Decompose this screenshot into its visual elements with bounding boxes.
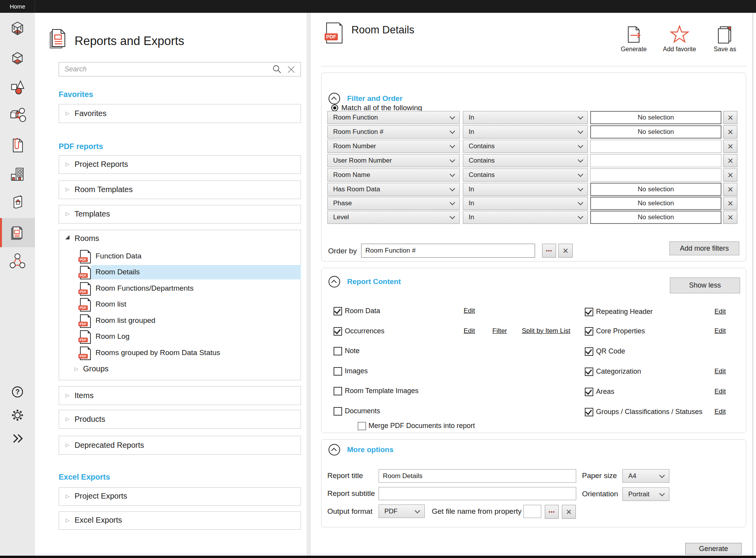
expand-triangle-icon[interactable]: ▷ <box>75 366 78 372</box>
filter-value-box[interactable]: No selection <box>590 183 721 196</box>
filter-value-input[interactable] <box>590 168 721 182</box>
occurrences-checkbox[interactable] <box>334 327 342 336</box>
room-templates-box[interactable]: ▷ Room Templates <box>59 180 301 199</box>
remove-filter-button[interactable]: ✕ <box>723 197 737 210</box>
sidebar-item-rooms[interactable] <box>8 20 27 38</box>
expand-triangle-icon[interactable]: ▷ <box>66 110 70 116</box>
tree-group-row[interactable]: ▷ Groups <box>75 364 191 376</box>
filter-op-dropdown[interactable]: In <box>463 197 588 210</box>
remove-filter-button[interactable]: ✕ <box>723 211 737 224</box>
filter-value-input[interactable] <box>590 140 721 153</box>
save-as-action[interactable]: Save as <box>707 25 742 53</box>
tree-item[interactable]: PDF Room list <box>80 298 297 312</box>
repeating-header-checkbox[interactable] <box>585 308 593 316</box>
sidebar-item-expand[interactable] <box>8 429 27 448</box>
report-title-input[interactable] <box>379 469 576 483</box>
tree-item[interactable]: PDF Room Functions/Departments <box>80 282 297 296</box>
images-checkbox[interactable] <box>334 367 342 376</box>
core-properties-edit-link[interactable]: Edit <box>714 327 726 335</box>
sidebar-item-attachments[interactable] <box>8 136 27 155</box>
expand-triangle-icon[interactable]: ▷ <box>66 186 70 192</box>
add-more-filters-button[interactable]: Add more filters <box>669 241 739 255</box>
rooms-root-label[interactable]: Rooms <box>75 234 99 243</box>
areas-checkbox[interactable] <box>585 388 593 396</box>
tree-item[interactable]: PDF Function Data <box>80 250 297 264</box>
filter-value-box[interactable]: No selection <box>590 111 721 124</box>
filter-op-dropdown[interactable]: In <box>463 211 588 224</box>
add-favorite-action[interactable]: Add favorite <box>660 25 699 53</box>
qr-code-checkbox[interactable] <box>585 347 593 356</box>
generate-button[interactable]: Generate <box>685 543 742 555</box>
favorites-box[interactable]: ▷ Favorites <box>59 104 301 123</box>
filter-field-dropdown[interactable]: User Room Number <box>327 154 460 167</box>
output-format-dropdown[interactable]: PDF <box>379 504 425 518</box>
filter-op-dropdown[interactable]: Contains <box>463 140 588 153</box>
groups-classifications-checkbox[interactable] <box>585 408 593 416</box>
remove-filter-button[interactable]: ✕ <box>723 154 737 167</box>
generate-action[interactable]: Generate <box>615 25 652 53</box>
filter-value-input[interactable] <box>590 154 721 167</box>
groups-classifications-edit-link[interactable]: Edit <box>714 408 726 416</box>
areas-edit-link[interactable]: Edit <box>714 388 726 395</box>
filter-field-dropdown[interactable]: Room Function <box>327 111 460 124</box>
collapse-section-icon[interactable] <box>328 444 340 456</box>
sidebar-item-reports[interactable] <box>8 224 27 242</box>
filter-op-dropdown[interactable]: In <box>463 183 588 196</box>
sidebar-item-item-groups[interactable] <box>8 106 27 125</box>
remove-filter-button[interactable]: ✕ <box>723 111 737 124</box>
tree-item[interactable]: PDF Room Log <box>80 330 297 345</box>
collapse-triangle-icon[interactable] <box>65 235 70 239</box>
filter-op-dropdown[interactable]: Contains <box>463 168 588 182</box>
sidebar-item-items[interactable] <box>8 78 27 97</box>
collapse-section-icon[interactable] <box>328 93 340 104</box>
orientation-dropdown[interactable]: Portrait <box>622 487 669 501</box>
filter-field-dropdown[interactable]: Phase <box>327 197 460 210</box>
filter-field-dropdown[interactable]: Room Name <box>327 168 460 182</box>
occurrences-edit-link[interactable]: Edit <box>464 327 475 335</box>
sidebar-item-help[interactable]: ? <box>8 383 27 401</box>
remove-filter-button[interactable]: ✕ <box>723 140 737 153</box>
order-by-input[interactable]: Room Function # <box>361 244 535 258</box>
order-by-ellipsis-button[interactable]: ••• <box>542 244 556 258</box>
filter-field-dropdown[interactable]: Room Number <box>327 140 460 153</box>
project-exports-box[interactable]: ▷ Project Exports <box>59 487 301 506</box>
remove-filter-button[interactable]: ✕ <box>723 168 737 182</box>
sidebar-item-settings[interactable] <box>8 406 27 425</box>
sidebar-item-relations[interactable] <box>8 252 27 270</box>
filter-op-dropdown[interactable]: In <box>463 125 588 139</box>
search-clear-icon[interactable] <box>287 65 295 74</box>
tree-item[interactable]: PDF Rooms grouped by Room Data Status <box>80 346 297 361</box>
collapse-section-icon[interactable] <box>328 276 340 288</box>
excel-exports-box[interactable]: ▷ Excel Exports <box>59 511 301 530</box>
get-file-clear-button[interactable]: ✕ <box>562 505 576 519</box>
items-box[interactable]: ▷ Items <box>59 386 301 405</box>
sidebar-item-catalog[interactable] <box>8 193 27 211</box>
paper-size-dropdown[interactable]: A4 <box>622 469 669 483</box>
match-all-radio[interactable] <box>331 104 338 111</box>
project-reports-box[interactable]: ▷ Project Reports <box>59 155 301 174</box>
tab-home[interactable]: Home <box>0 0 35 13</box>
search-input[interactable] <box>59 62 301 76</box>
expand-triangle-icon[interactable]: ▷ <box>66 517 70 523</box>
filter-op-dropdown[interactable]: In <box>463 111 588 124</box>
show-less-button[interactable]: Show less <box>670 277 740 293</box>
expand-triangle-icon[interactable]: ▷ <box>66 392 70 398</box>
expand-triangle-icon[interactable]: ▷ <box>66 161 70 167</box>
room-data-edit-link[interactable]: Edit <box>464 307 475 315</box>
templates-box[interactable]: ▷ Templates <box>59 205 301 224</box>
order-by-clear-button[interactable]: ✕ <box>558 244 573 258</box>
occurrences-filter-link[interactable]: Filter <box>492 327 507 335</box>
products-box[interactable]: ▷ Products <box>59 410 301 429</box>
merge-pdf-checkbox[interactable] <box>358 422 366 430</box>
report-subtitle-input[interactable] <box>379 487 576 500</box>
deprecated-reports-box[interactable]: ▷ Deprecated Reports <box>59 436 301 455</box>
get-file-name-input[interactable] <box>523 505 541 518</box>
expand-triangle-icon[interactable]: ▷ <box>66 416 70 422</box>
repeating-header-edit-link[interactable]: Edit <box>714 308 726 315</box>
expand-triangle-icon[interactable]: ▷ <box>66 442 70 448</box>
categorization-edit-link[interactable]: Edit <box>714 367 726 375</box>
core-properties-checkbox[interactable] <box>585 327 593 336</box>
tree-item-selected[interactable]: PDF Room Details <box>80 265 297 280</box>
sidebar-item-room-templates[interactable] <box>8 50 27 68</box>
occurrences-split-link[interactable]: Split by Item List <box>522 327 570 335</box>
